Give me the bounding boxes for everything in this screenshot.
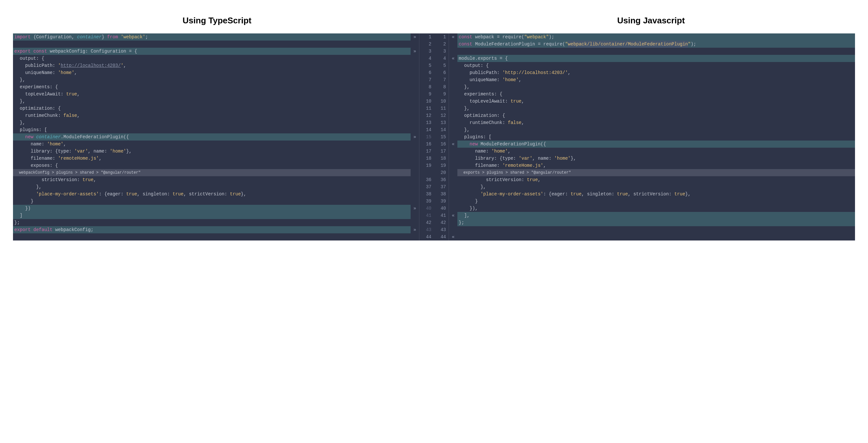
- line-number: 39: [420, 198, 434, 205]
- line-number: 3: [434, 48, 448, 55]
- merge-arrow-icon: [449, 48, 457, 55]
- line-number: 42: [420, 219, 434, 226]
- line-number: 43: [420, 226, 434, 233]
- code-line: };: [457, 219, 855, 226]
- code-line: [13, 41, 411, 48]
- merge-arrow-icon: [449, 148, 457, 155]
- merge-arrow-icon: [449, 183, 457, 191]
- fold-marker[interactable]: webpackConfig > plugins > shared > "@ang…: [13, 169, 411, 176]
- right-arrow-gutter: «««««: [449, 33, 457, 240]
- merge-arrow-icon: [411, 76, 419, 83]
- line-number: 6: [420, 69, 434, 76]
- merge-arrow-icon: [411, 183, 419, 191]
- line-number: 10: [420, 98, 434, 105]
- line-number: 4: [434, 55, 448, 62]
- code-line: },: [457, 83, 855, 91]
- merge-arrow-icon: [449, 162, 457, 169]
- line-number: 38: [434, 191, 448, 198]
- line-number: 12: [434, 112, 448, 119]
- code-line: plugins: [: [457, 133, 855, 140]
- merge-arrow-icon[interactable]: «: [449, 55, 457, 62]
- merge-arrow-icon: [449, 69, 457, 76]
- line-number: 17: [420, 148, 434, 155]
- merge-arrow-icon[interactable]: »: [411, 226, 419, 233]
- code-line: import {Configuration, container} from '…: [13, 33, 411, 41]
- left-pane: import {Configuration, container} from '…: [13, 33, 434, 240]
- merge-arrow-icon: [411, 219, 419, 226]
- right-code[interactable]: const webpack = require("webpack");const…: [457, 33, 855, 240]
- line-number: 9: [434, 91, 448, 98]
- line-number: 41: [420, 212, 434, 219]
- merge-arrow-icon: [411, 105, 419, 112]
- merge-arrow-icon[interactable]: »: [411, 205, 419, 212]
- merge-arrow-icon: [411, 55, 419, 62]
- merge-arrow-icon: [449, 176, 457, 183]
- merge-arrow-icon[interactable]: «: [449, 233, 457, 240]
- merge-arrow-icon[interactable]: «: [449, 212, 457, 219]
- merge-arrow-icon: [449, 191, 457, 198]
- code-line: filename: 'remoteHome.js',: [457, 162, 855, 169]
- code-line: const ModuleFederationPlugin = require("…: [457, 41, 855, 48]
- code-line: }),: [457, 205, 855, 212]
- code-line: },: [13, 98, 411, 105]
- line-number: 39: [434, 198, 448, 205]
- merge-arrow-icon: [411, 41, 419, 48]
- line-number: 18: [434, 155, 448, 162]
- line-number: 11: [434, 105, 448, 112]
- line-number: 19: [434, 162, 448, 169]
- merge-arrow-icon: [449, 41, 457, 48]
- merge-arrow-icon: [449, 112, 457, 119]
- header-right: Using Javascript: [434, 15, 868, 26]
- code-line: name: 'home',: [13, 140, 411, 148]
- merge-arrow-icon[interactable]: «: [449, 140, 457, 148]
- code-line: [457, 233, 855, 240]
- merge-arrow-icon[interactable]: «: [449, 33, 457, 41]
- line-number: 11: [420, 105, 434, 112]
- line-number: 7: [434, 76, 448, 83]
- merge-arrow-icon: [449, 105, 457, 112]
- merge-arrow-icon: [411, 212, 419, 219]
- merge-arrow-icon: [449, 133, 457, 140]
- line-number: 18: [420, 155, 434, 162]
- code-line: ]: [13, 212, 411, 219]
- merge-arrow-icon: [411, 62, 419, 69]
- code-line: 'place-my-order-assets': {eager: true, s…: [13, 191, 411, 198]
- merge-arrow-icon: [449, 126, 457, 133]
- line-number: 38: [420, 191, 434, 198]
- fold-marker[interactable]: exports > plugins > shared > "@angular/r…: [457, 169, 855, 176]
- code-line: topLevelAwait: true,: [457, 98, 855, 105]
- merge-arrow-icon: [449, 62, 457, 69]
- merge-arrow-icon[interactable]: »: [411, 133, 419, 140]
- code-line: export default webpackConfig;: [13, 226, 411, 233]
- merge-arrow-icon: [411, 112, 419, 119]
- code-line: }: [457, 198, 855, 205]
- line-number: 13: [434, 119, 448, 126]
- line-number: 37: [434, 183, 448, 191]
- merge-arrow-icon[interactable]: »: [411, 33, 419, 41]
- line-number: 5: [434, 62, 448, 69]
- merge-arrow-icon: [449, 226, 457, 233]
- line-number: 13: [420, 119, 434, 126]
- code-line: experiments: {: [13, 83, 411, 91]
- line-number: 8: [420, 83, 434, 91]
- code-line: topLevelAwait: true,: [13, 91, 411, 98]
- merge-arrow-icon: [411, 198, 419, 205]
- line-number: 1: [434, 33, 448, 41]
- line-number: 6: [434, 69, 448, 76]
- code-line: },: [457, 183, 855, 191]
- merge-arrow-icon: [411, 98, 419, 105]
- line-number: 15: [420, 133, 434, 140]
- merge-arrow-icon[interactable]: »: [411, 48, 419, 55]
- line-number: 2: [434, 41, 448, 48]
- line-number: 12: [420, 112, 434, 119]
- code-line: const webpack = require("webpack");: [457, 33, 855, 41]
- line-number: 3: [420, 48, 434, 55]
- line-number: 43: [434, 226, 448, 233]
- left-code[interactable]: import {Configuration, container} from '…: [13, 33, 411, 240]
- merge-arrow-icon: [411, 69, 419, 76]
- code-line: };: [13, 219, 411, 226]
- left-arrow-gutter: »»»»»: [411, 33, 419, 240]
- code-line: },: [457, 126, 855, 133]
- merge-arrow-icon: [411, 119, 419, 126]
- code-line: runtimeChunk: false,: [457, 119, 855, 126]
